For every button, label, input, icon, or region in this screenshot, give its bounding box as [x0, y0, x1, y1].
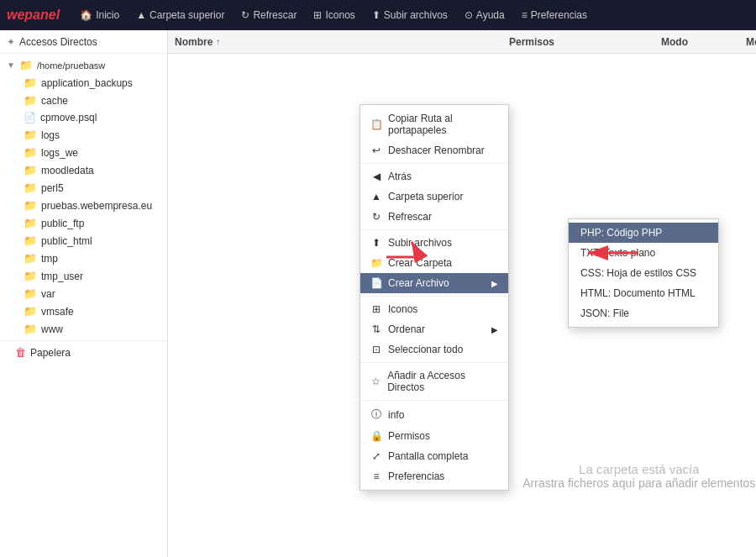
- home-icon: 🏠: [80, 9, 92, 21]
- grid-icon: ⊞: [313, 9, 322, 21]
- sort-arrow-icon: ↑: [216, 37, 220, 46]
- sidebar: ✦ Accesos Directos ▼ 📁 /home/pruebasw 📁 …: [0, 30, 168, 557]
- lock-icon: 🔒: [370, 430, 382, 442]
- empty-message: La carpeta está vacía Arrastra ficheros …: [522, 462, 755, 490]
- folder-icon: 📁: [24, 129, 37, 141]
- ctx-divider1: [360, 163, 508, 164]
- sidebar-vmsafe[interactable]: 📁 vmsafe: [0, 302, 167, 320]
- folder-icon: 📁: [24, 199, 37, 212]
- submenu-html[interactable]: HTML: Documento HTML: [569, 283, 718, 303]
- ctx-permisos[interactable]: 🔒 Permisos: [360, 426, 508, 446]
- ctx-atras[interactable]: ◀ Atrás: [360, 166, 508, 187]
- ctx-info[interactable]: ⓘ info: [360, 403, 508, 426]
- submenu-arrow-icon: ▶: [491, 279, 498, 288]
- sidebar-public-html[interactable]: 📁 public_html: [0, 232, 167, 250]
- help-icon: ⊙: [465, 9, 473, 21]
- sidebar-moodledata[interactable]: 📁 moodledata: [0, 161, 167, 179]
- sidebar-cache[interactable]: 📁 cache: [0, 92, 167, 109]
- ctx-copy-path[interactable]: 📋 Copiar Ruta al portapapeles: [360, 108, 508, 140]
- nav-iconos[interactable]: ⊞ Iconos: [307, 6, 361, 24]
- sidebar-www[interactable]: 📁 www: [0, 320, 167, 338]
- grid-icon: ⊞: [370, 303, 382, 315]
- content-area: Nombre ↑ Permisos Modo Modificado 📋 Copi…: [168, 30, 756, 557]
- folder-icon: 📁: [24, 234, 37, 247]
- nav-ayuda[interactable]: ⊙ Ayuda: [458, 6, 512, 24]
- sidebar-var[interactable]: 📁 var: [0, 285, 167, 302]
- ctx-select-all[interactable]: ⊡ Seleccionar todo: [360, 339, 508, 360]
- navbar: wepanel 🏠 Inicio ▲ Carpeta superior ↻ Re…: [0, 0, 756, 30]
- ctx-crear-archivo[interactable]: 📄 Crear Archivo ▶: [360, 273, 508, 293]
- select-all-icon: ⊡: [370, 344, 382, 355]
- folder-up-icon: ▲: [136, 9, 146, 21]
- trash-icon: 🗑: [15, 346, 26, 359]
- sidebar-current-path[interactable]: ▼ 📁 /home/pruebasw: [0, 56, 167, 74]
- ctx-divider2: [360, 229, 508, 230]
- sidebar-application-backups[interactable]: 📁 application_backups: [0, 74, 167, 92]
- ctx-crear-carpeta[interactable]: 📁 Crear Carpeta: [360, 253, 508, 273]
- ctx-refrescar[interactable]: ↻ Refrescar: [360, 207, 508, 227]
- submenu-json[interactable]: JSON: File: [569, 303, 718, 323]
- folder-home-icon: 📁: [19, 59, 33, 71]
- upload-icon: ⬆: [370, 237, 382, 249]
- bookmark-icon: ✦: [7, 36, 15, 48]
- column-headers: Nombre ↑ Permisos Modo Modificado: [168, 30, 756, 54]
- brand-logo[interactable]: wepanel: [7, 8, 60, 23]
- col-header-mode[interactable]: Modo: [603, 36, 746, 48]
- sidebar-tmp[interactable]: 📁 tmp: [0, 250, 167, 267]
- sidebar-papelera[interactable]: 🗑 Papelera: [0, 344, 167, 361]
- ctx-pantalla-completa[interactable]: ⤢ Pantalla completa: [360, 446, 508, 466]
- new-folder-icon: 📁: [370, 257, 382, 269]
- col-header-permissions[interactable]: Permisos: [460, 36, 603, 48]
- new-file-icon: 📄: [370, 277, 382, 289]
- ctx-preferencias[interactable]: ≡ Preferencias: [360, 466, 508, 486]
- folder-icon: 📁: [24, 181, 37, 194]
- ctx-undo-rename[interactable]: ↩ Deshacer Renombrar: [360, 140, 508, 160]
- ctx-divider5: [360, 400, 508, 401]
- nav-preferencias[interactable]: ≡ Preferencias: [515, 6, 594, 24]
- sidebar-divider2: [0, 340, 167, 341]
- up-icon: ▲: [370, 191, 382, 202]
- folder-icon: 📁: [24, 217, 37, 229]
- folder-icon: 📁: [24, 270, 37, 282]
- file-icon: 📄: [24, 112, 36, 123]
- submenu-txt[interactable]: TXT: Texto plano: [569, 243, 718, 263]
- folder-icon: 📁: [24, 146, 37, 159]
- sidebar-public-ftp[interactable]: 📁 public_ftp: [0, 214, 167, 232]
- sidebar-tmp-user[interactable]: 📁 tmp_user: [0, 267, 167, 285]
- folder-icon: 📁: [24, 94, 37, 107]
- folder-icon: 📁: [24, 252, 37, 265]
- context-menu: 📋 Copiar Ruta al portapapeles ↩ Deshacer…: [360, 104, 509, 491]
- ctx-carpeta-superior[interactable]: ▲ Carpeta superior: [360, 187, 508, 207]
- sidebar-perl5[interactable]: 📁 perl5: [0, 179, 167, 197]
- sidebar-accesos-directos[interactable]: ✦ Accesos Directos: [0, 34, 167, 50]
- submenu-php[interactable]: PHP: Código PHP: [569, 223, 718, 243]
- sidebar-cpmove[interactable]: 📄 cpmove.psql: [0, 109, 167, 126]
- nav-carpeta-superior[interactable]: ▲ Carpeta superior: [129, 6, 231, 24]
- folder-icon: 📁: [24, 323, 37, 335]
- folder-icon: 📁: [24, 76, 37, 89]
- ctx-ordenar[interactable]: ⇅ Ordenar ▶: [360, 319, 508, 339]
- nav-subir-archivos[interactable]: ⬆ Subir archivos: [365, 6, 454, 24]
- col-header-modified[interactable]: Modificado: [746, 36, 756, 48]
- prefs-icon: ≡: [522, 9, 528, 21]
- sidebar-divider: [0, 53, 167, 54]
- ctx-subir-archivos[interactable]: ⬆ Subir archivos: [360, 233, 508, 253]
- folder-icon: 📁: [24, 305, 37, 318]
- sidebar-logs[interactable]: 📁 logs: [0, 126, 167, 144]
- sidebar-pruebas[interactable]: 📁 pruebas.webempresa.eu: [0, 197, 167, 214]
- fullscreen-icon: ⤢: [370, 450, 382, 462]
- folder-icon: 📁: [24, 287, 37, 300]
- ctx-divider4: [360, 362, 508, 363]
- col-header-name[interactable]: Nombre ↑: [175, 36, 460, 48]
- ctx-add-to-accesos[interactable]: ☆ Añadir a Accesos Directos: [360, 365, 508, 397]
- submenu-css[interactable]: CSS: Hoja de estilos CSS: [569, 263, 718, 283]
- sidebar-logs-we[interactable]: 📁 logs_we: [0, 144, 167, 161]
- sort-icon: ⇅: [370, 323, 382, 335]
- nav-inicio[interactable]: 🏠 Inicio: [73, 6, 126, 24]
- folder-icon: 📁: [24, 164, 37, 176]
- nav-refrescar[interactable]: ↻ Refrescar: [234, 6, 303, 24]
- ctx-divider3: [360, 296, 508, 297]
- main-layout: ✦ Accesos Directos ▼ 📁 /home/pruebasw 📁 …: [0, 30, 756, 557]
- ctx-iconos[interactable]: ⊞ Iconos: [360, 299, 508, 319]
- upload-icon: ⬆: [372, 9, 381, 21]
